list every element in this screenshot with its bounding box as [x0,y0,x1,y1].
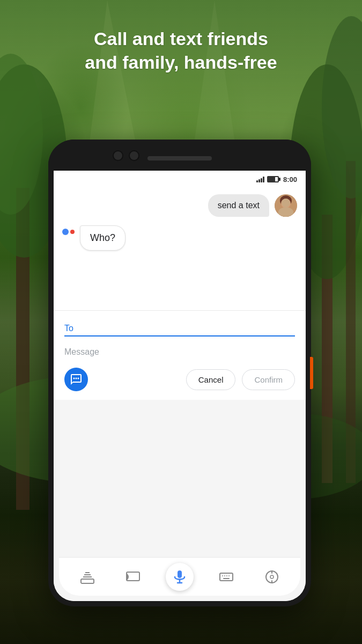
page-heading: Call and text friends and family, hands-… [0,27,362,74]
to-label: To [64,324,295,333]
phone-screen: 8:00 send a text [54,171,306,601]
side-accent [310,357,313,389]
svg-point-17 [279,209,293,217]
mic-icon [172,569,187,584]
assistant-message-row: Who? [62,225,297,251]
signal-bar-2 [258,179,260,182]
camera-right [129,150,139,161]
assistant-dots [62,229,75,235]
screen-icon [125,569,141,584]
heading-line2: and family, hands-free [85,52,277,72]
signal-bar-4 [263,177,264,182]
phone-top-bar [48,140,311,172]
assistant-bubble: Who? [80,225,125,251]
status-icons: 8:00 [256,175,297,184]
nav-item-tray[interactable] [75,564,100,590]
action-row: Cancel Confirm [64,368,295,391]
compass-icon [264,569,279,584]
heading-line1: Call and text friends [94,28,268,49]
to-field-container: To [64,324,295,336]
cancel-button[interactable]: Cancel [186,369,236,390]
assistant-message-text: Who? [90,232,115,243]
nav-item-compass[interactable] [259,564,285,590]
message-icon-btn[interactable] [64,368,88,391]
svg-point-20 [78,378,79,379]
signal-icon [256,176,265,182]
to-underline [64,335,295,336]
svg-rect-29 [220,573,233,581]
chat-area: send a text [54,188,306,306]
svg-point-18 [73,378,75,379]
nav-item-keyboard[interactable] [213,564,239,590]
svg-rect-21 [81,579,94,583]
nav-item-screen[interactable] [120,564,146,590]
svg-point-16 [278,208,293,217]
battery-fill [268,177,276,181]
status-bar: 8:00 [54,171,306,188]
svg-point-36 [270,575,274,579]
user-avatar-image [275,194,297,217]
user-message-text: send a text [218,201,260,210]
confirm-button[interactable]: Confirm [242,369,295,390]
svg-point-15 [281,199,291,208]
mic-nav-btn[interactable] [166,563,194,591]
dot-red [70,230,75,234]
battery-icon [267,176,279,182]
message-placeholder: Message [64,347,99,356]
keyboard-icon [219,569,234,584]
status-time: 8:00 [283,175,297,184]
dot-blue [62,229,69,235]
form-area: To Message [54,315,306,400]
action-buttons: Cancel Confirm [186,369,295,390]
phone-frame: 8:00 send a text [48,140,311,606]
phone-speaker [147,156,212,160]
message-field[interactable]: Message [64,347,295,357]
avatar-svg [275,194,297,217]
bottom-nav [59,557,300,596]
signal-bar-3 [261,178,262,182]
user-bubble: send a text [208,194,269,217]
svg-rect-26 [178,570,182,578]
svg-point-19 [76,378,77,379]
chat-bubble-icon [70,373,83,386]
user-avatar [275,194,297,217]
camera-left [113,150,123,161]
tray-icon [80,569,95,584]
signal-bar-1 [256,180,258,182]
form-divider [54,310,306,311]
user-message-row: send a text [62,194,297,217]
